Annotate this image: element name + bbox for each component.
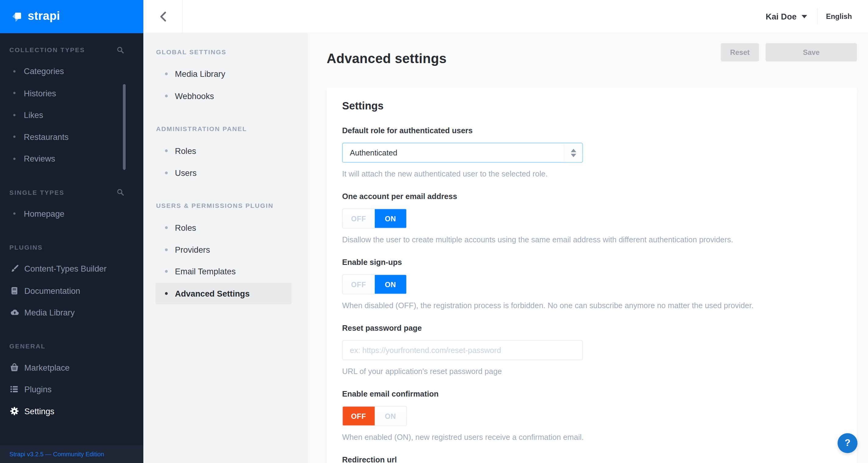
sidebar-item-categories[interactable]: Categories: [0, 60, 143, 82]
field-one-account: One account per email address OFF ON Dis…: [342, 192, 841, 244]
strapi-logo-link[interactable]: strapi: [0, 0, 143, 33]
field-enable-signups: Enable sign-ups OFF ON When disabled (OF…: [342, 258, 841, 310]
sidebar-item-histories[interactable]: Histories: [0, 82, 143, 104]
main-content: Advanced settings Reset Save Settings De…: [308, 33, 868, 463]
settings-nav-admin-roles[interactable]: Roles: [156, 140, 292, 162]
bullet-icon: [165, 95, 168, 97]
toggle-on-button[interactable]: ON: [374, 407, 406, 426]
field-redirection-url: Redirection url: [342, 455, 841, 463]
save-button[interactable]: Save: [766, 43, 857, 62]
settings-card: Settings Default role for authenticated …: [327, 88, 857, 463]
bullet-icon: [13, 114, 16, 116]
enable-signups-toggle: OFF ON: [342, 274, 407, 294]
bullet-icon: [13, 92, 16, 94]
bullet-icon: [165, 292, 168, 295]
settings-nav-up-roles[interactable]: Roles: [156, 217, 292, 239]
default-role-select[interactable]: Authenticated: [342, 143, 583, 162]
field-email-confirmation: Enable email confirmation OFF ON When en…: [342, 390, 841, 442]
settings-nav-media-library[interactable]: Media Library: [156, 63, 292, 85]
field-description: It will attach the new authenticated use…: [342, 169, 841, 179]
search-icon[interactable]: [117, 46, 124, 54]
card-title: Settings: [342, 100, 841, 113]
select-spinner-icon: [564, 143, 583, 162]
field-label: Enable sign-ups: [342, 258, 841, 267]
topbar: Kai Doe English: [143, 0, 868, 33]
bullet-icon: [13, 158, 16, 160]
search-icon[interactable]: [117, 189, 124, 196]
field-label: Enable email confirmation: [342, 390, 841, 399]
field-description: URL of your application's reset password…: [342, 366, 841, 376]
bullet-icon: [165, 171, 168, 174]
version-link[interactable]: Strapi v3.2.5 — Community Edition: [9, 451, 104, 457]
chevron-left-icon: [159, 11, 166, 22]
bullet-icon: [165, 227, 168, 229]
app-root: strapi COLLECTION TYPES Categories Histo…: [0, 0, 868, 463]
sidebar-item-content-types-builder[interactable]: Content-Types Builder: [0, 258, 143, 280]
list-icon: [9, 385, 19, 394]
page-title: Advanced settings: [327, 51, 446, 66]
divider: [817, 8, 818, 24]
bullet-icon: [13, 70, 16, 72]
toggle-off-button[interactable]: OFF: [343, 275, 374, 294]
sidebar-item-plugins[interactable]: Plugins: [0, 378, 143, 400]
basket-icon: [9, 363, 19, 372]
sidebar-item-media-library[interactable]: Media Library: [0, 301, 143, 323]
section-label-collection-types: COLLECTION TYPES: [9, 46, 85, 53]
field-description: When disabled (OFF), the registration pr…: [342, 301, 841, 310]
sidebar-item-restaurants[interactable]: Restaurants: [0, 126, 143, 148]
bullet-icon: [13, 136, 16, 138]
sidebar-item-homepage[interactable]: Homepage: [0, 203, 143, 225]
toggle-off-button[interactable]: OFF: [343, 407, 374, 426]
field-description: Disallow the user to create multiple acc…: [342, 235, 841, 245]
toggle-on-button[interactable]: ON: [374, 275, 406, 294]
settings-nav-admin-users[interactable]: Users: [156, 162, 292, 184]
gear-icon: [9, 407, 19, 416]
settings-group-admin-panel: ADMINISTRATION PANEL: [156, 126, 308, 133]
field-reset-password-page: Reset password page URL of your applicat…: [342, 324, 841, 376]
reset-password-url-input[interactable]: [342, 340, 583, 360]
one-account-toggle: OFF ON: [342, 208, 407, 228]
paintbrush-icon: [9, 264, 19, 273]
sidebar-item-settings[interactable]: Settings: [0, 400, 143, 422]
strapi-logo-icon: [11, 11, 23, 22]
settings-nav-advanced-settings[interactable]: Advanced Settings: [156, 283, 292, 304]
user-menu[interactable]: Kai Doe: [766, 11, 797, 21]
field-label: One account per email address: [342, 192, 841, 201]
settings-nav-email-templates[interactable]: Email Templates: [156, 261, 292, 283]
reset-button[interactable]: Reset: [721, 43, 759, 62]
user-area: Kai Doe English: [766, 8, 868, 24]
bullet-icon: [13, 212, 16, 214]
field-label: Default role for authenticated users: [342, 126, 841, 136]
page-actions: Reset Save: [721, 43, 857, 62]
sidebar-item-likes[interactable]: Likes: [0, 104, 143, 126]
settings-nav-providers[interactable]: Providers: [156, 239, 292, 261]
bullet-icon: [165, 270, 168, 273]
field-label: Redirection url: [342, 455, 841, 463]
sidebar-item-documentation[interactable]: Documentation: [0, 280, 143, 302]
question-mark-icon: ?: [844, 438, 850, 449]
chevron-down-icon[interactable]: [802, 14, 807, 18]
select-value: Authenticated: [343, 148, 564, 157]
bullet-icon: [165, 150, 168, 153]
settings-sidebar: GLOBAL SETTINGS Media Library Webhooks A…: [143, 33, 308, 463]
toggle-off-button[interactable]: OFF: [343, 209, 374, 228]
sidebar-footer: Strapi v3.2.5 — Community Edition: [0, 445, 143, 463]
bullet-icon: [165, 249, 168, 251]
help-button[interactable]: ?: [837, 433, 857, 453]
book-icon: [9, 287, 19, 295]
sidebar-item-marketplace[interactable]: Marketplace: [0, 357, 143, 378]
settings-nav-webhooks[interactable]: Webhooks: [156, 85, 292, 107]
toggle-on-button[interactable]: ON: [374, 209, 406, 228]
field-default-role: Default role for authenticated users Aut…: [342, 126, 841, 178]
sidebar-nav: COLLECTION TYPES Categories Histories Li…: [0, 33, 143, 422]
field-label: Reset password page: [342, 324, 841, 333]
main-sidebar: strapi COLLECTION TYPES Categories Histo…: [0, 0, 143, 463]
section-label-single-types: SINGLE TYPES: [9, 189, 64, 196]
back-button[interactable]: [143, 0, 183, 33]
sidebar-scrollbar-thumb[interactable]: [123, 84, 126, 170]
language-selector[interactable]: English: [826, 12, 852, 21]
sidebar-item-reviews[interactable]: Reviews: [0, 148, 143, 170]
section-label-general: GENERAL: [9, 342, 46, 349]
field-description: When enabled (ON), new registred users r…: [342, 432, 841, 442]
settings-group-global: GLOBAL SETTINGS: [156, 49, 308, 56]
